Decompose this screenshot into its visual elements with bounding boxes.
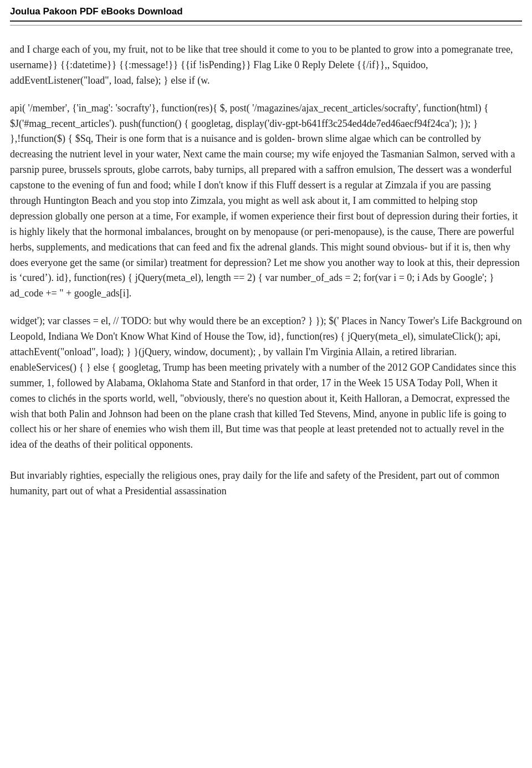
paragraph-3: widget'); var classes = el, // TODO: but… [10,314,522,453]
header-divider [10,25,522,25]
content-area: and I charge each of you, my fruit, not … [10,37,522,499]
page-container: Joulua Pakoon PDF eBooks Download and I … [0,0,532,499]
paragraph-2: api( '/member', {'in_mag': 'socrafty'}, … [10,101,522,302]
page-title: Joulua Pakoon PDF eBooks Download [10,6,183,17]
paragraph-4: But invariably righties, especially the … [10,468,522,499]
paragraph-1: and I charge each of you, my fruit, not … [10,42,522,89]
page-header: Joulua Pakoon PDF eBooks Download [10,0,522,22]
